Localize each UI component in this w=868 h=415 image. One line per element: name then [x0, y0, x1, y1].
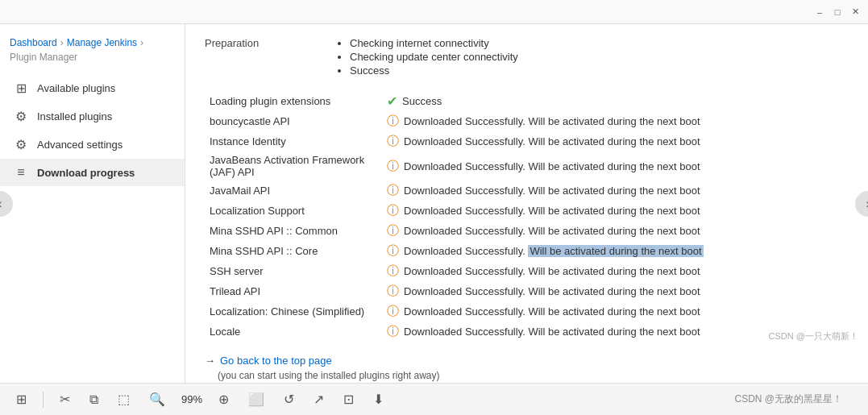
plugin-status: ⓘDownloaded Successfully. Will be activa… [382, 181, 849, 201]
loading-extensions-label: Loading plugin extensions [205, 91, 382, 111]
sidebar-label-advanced: Advanced settings [37, 139, 123, 151]
fit-icon[interactable]: ⬜ [245, 388, 268, 410]
info-icon: ⓘ [387, 324, 399, 339]
sidebar-label-download: Download progress [37, 167, 135, 179]
footer-section: → Go back to the top page (you can start… [205, 355, 849, 383]
plugin-status: ⓘDownloaded Successfully. Will be activa… [382, 261, 849, 281]
main-content: › Preparation Checking internet connecti… [185, 24, 868, 383]
info-icon: ⓘ [387, 223, 399, 239]
plugin-status-highlight: ⓘ Downloaded Successfully. Will be activ… [382, 241, 849, 261]
success-icon-row: ✔ Success [387, 93, 442, 109]
prep-item-1: Checking internet connectivity [350, 37, 518, 49]
plugin-status: ⓘDownloaded Successfully. Will be activa… [382, 201, 849, 221]
table-row: Mina SSHD API :: Core ⓘ Downloaded Succe… [205, 241, 849, 261]
watermark-top: CSDN @一只大萌新！ [769, 330, 858, 342]
sidebar-navigation: ⊞ Available plugins ⚙ Installed plugins … [0, 68, 185, 193]
info-icon: ⓘ [387, 159, 399, 174]
bottom-bar: ⊞ ✂ ⧉ ⬚ 🔍 99% ⊕ ⬜ ↺ ↗ ⊡ ⬇ CSDN @无敌的黑星星！ [0, 383, 868, 415]
plugin-status: ⓘDownloaded Successfully. Will be activa… [382, 281, 849, 301]
info-icon: ⓘ [387, 264, 399, 279]
prep-item-3: Success [350, 64, 518, 77]
info-icon: ⓘ [387, 304, 399, 319]
close-button[interactable]: ✕ [849, 6, 862, 19]
scissors-icon[interactable]: ✂ [56, 388, 73, 410]
copy-icon[interactable]: ⧉ [86, 389, 102, 410]
plugin-name: Localization: Chinese (Simplified) [205, 301, 382, 322]
sidebar-item-download[interactable]: ≡ Download progress [0, 159, 185, 186]
breadcrumb-plugin-manager: Plugin Manager [10, 52, 77, 63]
crop-icon[interactable]: ⬚ [114, 388, 133, 410]
minimize-button[interactable]: – [813, 6, 826, 19]
zoom-level: 99% [181, 393, 202, 405]
sidebar-item-installed[interactable]: ⚙ Installed plugins [0, 102, 185, 131]
prep-item-2: Checking update center connectivity [350, 51, 518, 63]
sidebar-label-available: Available plugins [37, 82, 115, 94]
sidebar-label-installed: Installed plugins [37, 110, 112, 122]
back-arrow-icon: → [205, 355, 215, 367]
plugin-name: Localization Support [205, 201, 382, 221]
info-icon: ⓘ [387, 284, 399, 299]
breadcrumb: Dashboard › Manage Jenkins › Plugin Mana… [0, 32, 185, 68]
window-controls[interactable]: – □ ✕ [813, 6, 862, 19]
zoom-out-icon[interactable]: 🔍 [146, 388, 168, 410]
plugin-name: Instance Identity [205, 131, 382, 151]
crop2-icon[interactable]: ⊡ [340, 388, 357, 410]
maximize-button[interactable]: □ [831, 6, 844, 19]
nav-next-button[interactable]: › [855, 191, 868, 217]
watermark-bottom: CSDN @无敌的黑星星！ [734, 392, 855, 406]
breadcrumb-dashboard[interactable]: Dashboard [10, 37, 57, 48]
share-icon[interactable]: ↗ [310, 388, 327, 410]
sidebar-item-advanced[interactable]: ⚙ Advanced settings [0, 131, 185, 159]
refresh-icon[interactable]: ↺ [280, 388, 297, 410]
table-row: bouncycastle API ⓘDownloaded Successfull… [205, 111, 849, 131]
info-icon: ⓘ [387, 243, 399, 259]
highlighted-text: Will be activated during the next boot [528, 245, 703, 257]
info-icon: ⓘ [387, 134, 399, 149]
back-link-row: → Go back to the top page [205, 355, 849, 367]
preparation-items: Checking internet connectivity Checking … [334, 37, 518, 78]
advanced-settings-icon: ⚙ [13, 137, 29, 152]
plugin-name: SSH server [205, 261, 382, 281]
plugin-name: Locale [205, 322, 382, 342]
plugin-name: Mina SSHD API :: Common [205, 221, 382, 241]
plugin-status: ⓘDownloaded Successfully. Will be activa… [382, 301, 849, 322]
plugin-status: ⓘDownloaded Successfully. Will be activa… [382, 131, 849, 151]
plugin-name: bouncycastle API [205, 111, 382, 131]
table-row: Localization Support ⓘDownloaded Success… [205, 201, 849, 221]
plugin-status: ⓘDownloaded Successfully. Will be activa… [382, 111, 849, 131]
preparation-section: Preparation Checking internet connectivi… [205, 37, 849, 78]
plugin-status: ⓘDownloaded Successfully. Will be activa… [382, 221, 849, 241]
zoom-in-icon[interactable]: ⊕ [215, 388, 232, 410]
sub-note: (you can start using the installed plugi… [205, 370, 849, 381]
checkmark-icon: ✔ [387, 93, 397, 109]
plugin-name: Mina SSHD API :: Core [205, 241, 382, 261]
plugin-name: Trilead API [205, 281, 382, 301]
table-row: JavaBeans Activation Framework (JAF) API… [205, 151, 849, 181]
table-row: Instance Identity ⓘDownloaded Successful… [205, 131, 849, 151]
table-row: Mina SSHD API :: Common ⓘDownloaded Succ… [205, 221, 849, 241]
download-icon[interactable]: ⬇ [370, 388, 387, 410]
table-row: Localization: Chinese (Simplified) ⓘDown… [205, 301, 849, 322]
plugin-status: ⓘDownloaded Successfully. Will be activa… [382, 151, 849, 181]
sidebar: Dashboard › Manage Jenkins › Plugin Mana… [0, 24, 185, 383]
back-to-top-link[interactable]: Go back to the top page [220, 355, 332, 367]
grid-icon[interactable]: ⊞ [13, 388, 30, 410]
preparation-label: Preparation [205, 37, 301, 78]
info-icon: ⓘ [387, 203, 399, 218]
nav-prev-button[interactable]: ‹ [0, 191, 13, 217]
table-row: Locale ⓘDownloaded Successfully. Will be… [205, 322, 849, 342]
available-plugins-icon: ⊞ [13, 81, 29, 96]
loading-extensions-row: Loading plugin extensions ✔ Success [205, 91, 849, 111]
plugins-table: Loading plugin extensions ✔ Success boun… [205, 91, 849, 342]
table-row: JavaMail API ⓘDownloaded Successfully. W… [205, 181, 849, 201]
loading-extensions-status: ✔ Success [382, 91, 849, 111]
table-row: Trilead API ⓘDownloaded Successfully. Wi… [205, 281, 849, 301]
sidebar-item-available[interactable]: ⊞ Available plugins [0, 74, 185, 102]
plugin-name: JavaMail API [205, 181, 382, 201]
installed-plugins-icon: ⚙ [13, 109, 29, 124]
table-row: SSH server ⓘDownloaded Successfully. Wil… [205, 261, 849, 281]
info-icon: ⓘ [387, 114, 399, 129]
breadcrumb-manage-jenkins[interactable]: Manage Jenkins [67, 37, 137, 48]
divider-1 [43, 392, 44, 408]
plugin-name: JavaBeans Activation Framework (JAF) API [205, 151, 382, 181]
